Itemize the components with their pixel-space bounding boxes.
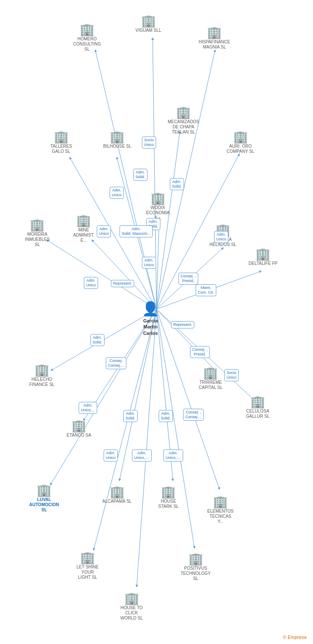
building-icon: 🏢: [203, 367, 218, 379]
node-housestark[interactable]: 🏢 HOUSESTARK SL: [158, 486, 179, 509]
building-icon: 🏢: [80, 552, 95, 564]
svg-line-20: [156, 309, 219, 489]
person-icon: 👤: [142, 301, 159, 317]
node-label: POSITIVUSTECHNOLOGYSL: [181, 566, 211, 581]
node-elementos[interactable]: 🏢 ELEMENTOSTECNICASY...: [207, 496, 234, 524]
node-label: LUVALAUTOMOCIONSL: [29, 497, 59, 513]
badge-adm-solid-mancom: Adm.Solid. Mancom...: [120, 225, 153, 237]
building-icon: 🏢: [161, 486, 176, 498]
badge-adm-unico-6: Adm.Unico: [104, 450, 118, 462]
building-icon: 🏢: [76, 215, 91, 227]
building-icon: 🏢: [34, 364, 49, 376]
badge-adm-unico-2: Adm.Unico: [97, 225, 111, 237]
badge-represent-2: Represent.: [171, 321, 194, 328]
node-letshine[interactable]: 🏢 LET SHINEYOURLIGHT SL: [77, 552, 99, 580]
node-mecanizados[interactable]: 🏢 MECANIZADOSDE CHAPATEKLAN SL: [168, 106, 199, 135]
svg-line-9: [47, 240, 156, 309]
node-celulosa[interactable]: 🏢 CELULOSAGALLUR SL: [246, 396, 270, 419]
svg-line-2: [95, 51, 156, 309]
badge-adm-solid-5: Adm.Solid.: [123, 410, 138, 422]
node-label: MECANIZADOSDE CHAPATEKLAN SL: [168, 119, 199, 135]
node-label: HOMEROCONSULTINGSL: [73, 36, 101, 52]
node-label: TRIRREMECAPITAL SL: [199, 380, 223, 390]
svg-line-10: [92, 240, 156, 309]
node-houseclick[interactable]: 🏢 HOUSE TOCLICKWORLD SL: [120, 592, 143, 621]
node-etanco[interactable]: 🏢 ETANCO SA: [67, 420, 91, 438]
svg-line-3: [156, 51, 215, 309]
building-icon: 🏢: [150, 192, 166, 204]
center-person: 👤 GarciaMartinCarlos: [142, 301, 159, 336]
node-moreira[interactable]: 🏢 MOREIRAINMUEBLESSL: [25, 219, 50, 247]
building-icon: 🏢: [141, 15, 156, 27]
node-bilhouse[interactable]: 🏢 BILHOUSE SL: [103, 131, 132, 149]
building-icon: 🏢: [233, 131, 248, 143]
person-label: GarciaMartinCarlos: [143, 318, 158, 336]
building-icon: 🏢: [110, 131, 125, 143]
badge-adm-solid-2: Adm.Solid.: [170, 178, 184, 190]
svg-line-22: [137, 309, 156, 586]
node-label: HISPAFINANCEMAGNIA SL: [199, 39, 230, 50]
svg-line-14: [156, 309, 215, 370]
node-trirreme[interactable]: 🏢 TRIRREMECAPITAL SL: [199, 367, 223, 390]
node-helecho[interactable]: 🏢 HELECHOFINANCE SL: [29, 364, 55, 387]
node-viguam[interactable]: 🏢 VIGUAM SLL: [135, 15, 161, 33]
node-label: BILHOUSE SL: [103, 144, 132, 149]
building-icon: 🏢: [54, 131, 69, 143]
node-alcapama[interactable]: 🏢 ALCAPAMA SL: [102, 486, 132, 504]
building-icon: 🏢: [213, 496, 228, 508]
badge-socio-unico-2: SocioÚnico: [224, 369, 239, 381]
building-icon: 🏢: [124, 592, 139, 605]
company-name: Empresa: [288, 635, 307, 640]
badge-adm-unico-5: Adm.Unico: [84, 277, 98, 289]
badge-adm-solid-4: Adm.Solid.: [90, 334, 104, 346]
building-icon: 🏢: [207, 27, 222, 39]
badge-adm-solid-1: Adm.Solid.: [133, 169, 147, 181]
building-icon: 🏢: [30, 219, 45, 231]
badge-adm-unico-3: Adm.Unico: [142, 257, 156, 269]
building-icon: 🏢: [71, 420, 86, 432]
badge-consej-consej-2: Consej. ,Consej....: [183, 409, 204, 421]
node-label: MOREIRAINMUEBLESSL: [25, 232, 50, 247]
badge-represent-1: Represent.: [111, 280, 134, 287]
svg-line-8: [156, 218, 159, 309]
node-label: HELECHOFINANCE SL: [29, 377, 55, 387]
building-icon: 🏢: [188, 553, 203, 565]
node-label: HOUSESTARK SL: [158, 499, 179, 509]
svg-line-23: [156, 309, 194, 547]
node-mine[interactable]: 🏢 MINEADMINIST.E...: [73, 215, 94, 243]
building-icon: 🏢: [255, 248, 270, 260]
node-hispafinance[interactable]: 🏢 HISPAFINANCEMAGNIA SL: [199, 27, 230, 50]
badge-consej-presid-1: Consej. ,Presid.: [178, 273, 198, 285]
node-wodix[interactable]: 🏢 WODIXECONOMIAE...: [146, 192, 169, 221]
building-icon-orange: 🏢: [37, 484, 52, 496]
badge-adm-unico-comma: Adm.Unico,...: [79, 402, 97, 414]
node-positivus[interactable]: 🏢 POSITIVUSTECHNOLOGYSL: [181, 553, 211, 581]
badge-adm-solid-6: Adm.Solid.: [159, 410, 173, 422]
node-luval[interactable]: 🏢 LUVALAUTOMOCIONSL: [29, 484, 59, 513]
building-icon: 🏢: [176, 106, 191, 118]
node-label: MINEADMINIST.E...: [73, 228, 94, 243]
badge-adm-unico-1: Adm.Unico: [110, 187, 124, 199]
node-label: LET SHINEYOURLIGHT SL: [77, 565, 99, 580]
building-icon: 🏢: [250, 396, 265, 408]
copyright: © Empresa: [283, 635, 307, 640]
building-icon: 🏢: [80, 24, 95, 36]
node-label: ALCAPAMA SL: [102, 499, 132, 504]
building-icon: 🏢: [110, 486, 125, 498]
node-homero[interactable]: 🏢 HOMEROCONSULTINGSL: [73, 24, 101, 52]
node-aurioro[interactable]: 🏢 AURI. OROCOMPANY SL: [227, 131, 255, 154]
node-label: VIGUAM SLL: [135, 28, 161, 33]
badge-consej-consej-1: Consej.Consej....: [106, 357, 126, 369]
node-label: TALLERESGALO SL: [50, 144, 72, 154]
badge-miem-com-ctr: Miem.Com. Ctr.: [196, 284, 216, 296]
node-label: CELULOSAGALLUR SL: [246, 409, 270, 419]
badge-adm-unico-4: Adm.Unico: [214, 231, 228, 243]
node-talleres[interactable]: 🏢 TALLERESGALO SL: [50, 131, 72, 154]
node-label: HOUSE TOCLICKWORLD SL: [120, 605, 143, 621]
node-label: ELEMENTOSTECNICASY...: [207, 509, 234, 524]
badge-socio-unico-1: SocioÚnico: [142, 137, 156, 149]
node-label: DELTALIFE FP: [249, 261, 277, 266]
badge-adm-unico-dots-1: Adm.Unico,....: [132, 450, 152, 462]
node-deltalife[interactable]: 🏢 DELTALIFE FP: [249, 248, 277, 266]
node-label: ETANCO SA: [67, 433, 91, 438]
